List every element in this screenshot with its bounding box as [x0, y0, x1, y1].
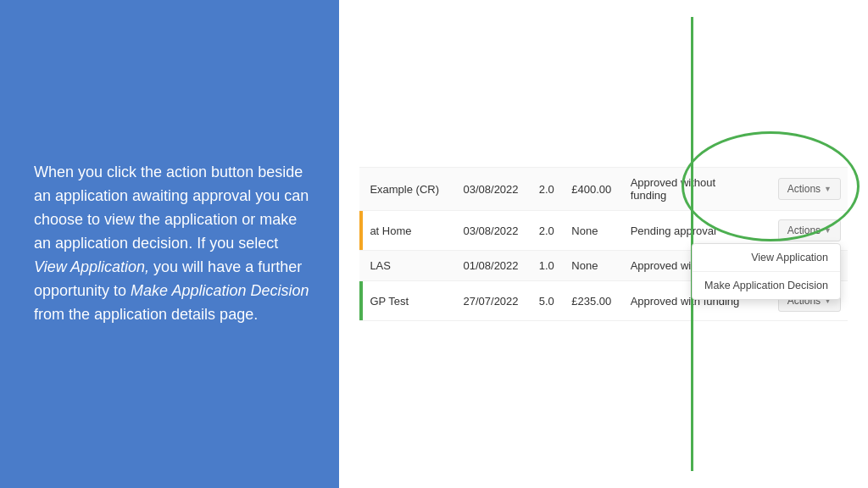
app-amount: None: [565, 251, 623, 281]
info-panel: When you click the action button beside …: [0, 0, 339, 488]
app-amount: £235.00: [565, 281, 623, 321]
app-action-cell: Actions ▼: [754, 168, 848, 211]
app-name: LAS: [363, 251, 456, 281]
app-name: Example (CR): [363, 168, 456, 211]
app-action-cell: Actions ▼ View Application Make Applicat…: [754, 211, 848, 251]
app-date: 03/08/2022: [457, 211, 532, 251]
view-application-item[interactable]: View Application: [693, 244, 840, 271]
app-date: 27/07/2022: [457, 281, 532, 321]
table-panel: Example (CR) 03/08/2022 2.0 £400.00 Appr…: [339, 0, 868, 488]
action-button[interactable]: Actions ▼: [778, 219, 841, 241]
app-name: at Home: [363, 211, 456, 251]
caret-icon: ▼: [824, 226, 832, 235]
info-italic-view: View Application,: [34, 258, 149, 275]
table-row: at Home 03/08/2022 2.0 None Pending appr…: [359, 211, 848, 251]
action-label: Actions: [787, 183, 821, 195]
app-units: 1.0: [532, 251, 565, 281]
app-status: Approved without funding: [624, 168, 754, 211]
app-date: 01/08/2022: [457, 251, 532, 281]
action-label: Actions: [787, 225, 821, 236]
dropdown-menu: View Application Make Application Decisi…: [692, 243, 841, 300]
action-button[interactable]: Actions ▼: [778, 178, 841, 200]
info-text-part1: When you click the action button beside …: [34, 164, 309, 252]
app-units: 2.0: [532, 168, 565, 211]
app-units: 5.0: [532, 281, 565, 321]
action-dropdown-wrapper[interactable]: Actions ▼ View Application Make Applicat…: [778, 219, 841, 241]
table-row: Example (CR) 03/08/2022 2.0 £400.00 Appr…: [359, 168, 848, 211]
app-amount: £400.00: [565, 168, 623, 211]
app-amount: None: [565, 211, 623, 251]
info-italic-make: Make Application Decision: [131, 282, 309, 299]
info-text-part3: from the application details page.: [34, 306, 258, 323]
info-text: When you click the action button beside …: [34, 161, 312, 326]
app-units: 2.0: [532, 211, 565, 251]
applications-table: Example (CR) 03/08/2022 2.0 £400.00 Appr…: [359, 167, 848, 321]
app-name: GP Test: [363, 281, 456, 321]
caret-icon: ▼: [824, 185, 832, 193]
make-decision-item[interactable]: Make Application Decision: [693, 272, 840, 299]
app-date: 03/08/2022: [457, 168, 532, 211]
